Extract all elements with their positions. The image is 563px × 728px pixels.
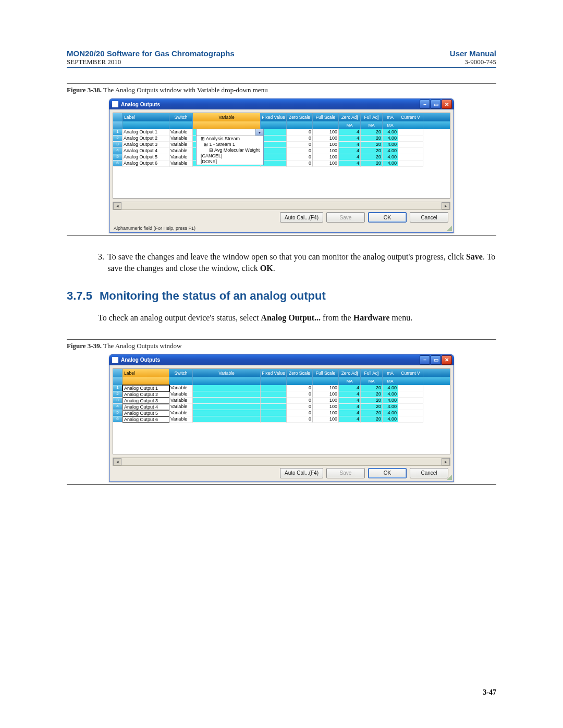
cell-label[interactable]: Analog Output 6 bbox=[123, 416, 169, 423]
cell-zero-scale[interactable]: 0 bbox=[287, 161, 313, 167]
minimize-button[interactable]: – bbox=[420, 355, 430, 365]
cell-full-scale[interactable]: 100 bbox=[313, 142, 339, 148]
cell-zero-scale[interactable]: 0 bbox=[287, 404, 313, 410]
cell-full-scale[interactable]: 100 bbox=[313, 161, 339, 167]
cell-zero-scale[interactable]: 0 bbox=[287, 142, 313, 148]
cell-ma[interactable]: 4.00 bbox=[383, 135, 398, 142]
minimize-button[interactable]: – bbox=[420, 100, 430, 109]
cell-ma[interactable]: 4.00 bbox=[383, 416, 398, 423]
cell-full-adj[interactable]: 20 bbox=[361, 129, 383, 135]
row-number[interactable]: 5 bbox=[113, 410, 123, 416]
cell-full-scale[interactable]: 100 bbox=[313, 148, 339, 154]
col-ma[interactable]: mA bbox=[383, 113, 398, 121]
col-full-adj[interactable]: Full Adj bbox=[361, 369, 383, 377]
cell-label[interactable]: Analog Output 4 bbox=[123, 404, 169, 410]
col-zero-adj[interactable]: Zero Adj bbox=[339, 369, 361, 377]
cell-ma[interactable]: 4.00 bbox=[383, 154, 398, 161]
cell-fixed-value[interactable] bbox=[261, 416, 287, 423]
cell-switch[interactable]: Variable bbox=[169, 161, 193, 167]
cell-variable[interactable] bbox=[193, 398, 261, 404]
cell-full-scale[interactable]: 100 bbox=[313, 410, 339, 416]
cell-switch[interactable]: Variable bbox=[169, 154, 193, 161]
titlebar[interactable]: Analog Outputs – ▭ ✕ bbox=[109, 355, 454, 365]
cell-ma[interactable]: 4.00 bbox=[383, 404, 398, 410]
row-number[interactable]: 4 bbox=[113, 404, 123, 410]
cell-zero-scale[interactable]: 0 bbox=[287, 129, 313, 135]
cell-zero-adj[interactable]: 4 bbox=[339, 129, 361, 135]
cell-ma[interactable]: 4.00 bbox=[383, 410, 398, 416]
row-number[interactable]: 6 bbox=[113, 416, 123, 423]
row-number[interactable]: 3 bbox=[113, 142, 123, 148]
cell-zero-adj[interactable]: 4 bbox=[339, 410, 361, 416]
cell-variable[interactable] bbox=[193, 404, 261, 410]
cell-fixed-value[interactable] bbox=[261, 410, 287, 416]
col-zero-scale[interactable]: Zero Scale bbox=[287, 369, 313, 377]
cell-fixed-value[interactable] bbox=[261, 154, 287, 161]
close-button[interactable]: ✕ bbox=[442, 100, 452, 109]
col-fixed-value[interactable]: Fixed Value bbox=[261, 113, 287, 121]
cell-zero-scale[interactable]: 0 bbox=[287, 398, 313, 404]
cell-zero-scale[interactable]: 0 bbox=[287, 410, 313, 416]
col-label[interactable]: Label bbox=[123, 369, 169, 377]
cell-variable[interactable] bbox=[193, 416, 261, 423]
cell-full-adj[interactable]: 20 bbox=[361, 416, 383, 423]
cell-zero-adj[interactable]: 4 bbox=[339, 398, 361, 404]
cell-switch[interactable]: Variable bbox=[169, 416, 193, 423]
titlebar[interactable]: Analog Outputs – ▭ ✕ bbox=[109, 99, 454, 109]
cell-zero-adj[interactable]: 4 bbox=[339, 161, 361, 167]
cell-full-adj[interactable]: 20 bbox=[361, 398, 383, 404]
col-switch[interactable]: Switch bbox=[169, 113, 193, 121]
cell-ma[interactable]: 4.00 bbox=[383, 385, 398, 391]
cell-zero-scale[interactable]: 0 bbox=[287, 391, 313, 398]
cell-variable[interactable] bbox=[193, 385, 261, 391]
col-full-scale[interactable]: Full Scale bbox=[313, 113, 339, 121]
autocal-button[interactable]: Auto Cal...(F4) bbox=[280, 468, 323, 478]
cell-full-scale[interactable]: 100 bbox=[313, 404, 339, 410]
col-current-v[interactable]: Current V bbox=[398, 113, 423, 121]
cell-ma[interactable]: 4.00 bbox=[383, 129, 398, 135]
row-number[interactable]: 1 bbox=[113, 129, 123, 135]
cell-fixed-value[interactable] bbox=[261, 148, 287, 154]
cell-full-adj[interactable]: 20 bbox=[361, 404, 383, 410]
cell-variable[interactable] bbox=[193, 391, 261, 398]
dropdown-option[interactable]: ⊞ 1 - Stream 1 bbox=[197, 142, 263, 147]
scroll-right-icon[interactable]: ▸ bbox=[442, 458, 450, 465]
cell-switch[interactable]: Variable bbox=[169, 410, 193, 416]
cell-full-adj[interactable]: 20 bbox=[361, 142, 383, 148]
cell-label[interactable]: Analog Output 5 bbox=[123, 410, 169, 416]
dropdown-option[interactable]: ⊞ Analysis Stream bbox=[197, 136, 263, 142]
col-full-scale[interactable]: Full Scale bbox=[313, 369, 339, 377]
cell-full-adj[interactable]: 20 bbox=[361, 385, 383, 391]
save-button[interactable]: Save bbox=[326, 212, 365, 223]
row-number[interactable]: 4 bbox=[113, 148, 123, 154]
cell-full-adj[interactable]: 20 bbox=[361, 391, 383, 398]
cell-zero-adj[interactable]: 4 bbox=[339, 385, 361, 391]
col-full-adj[interactable]: Full Adj bbox=[361, 113, 383, 121]
autocal-button[interactable]: Auto Cal...(F4) bbox=[280, 212, 323, 223]
scroll-left-icon[interactable]: ◂ bbox=[113, 202, 121, 209]
maximize-button[interactable]: ▭ bbox=[431, 355, 441, 365]
cell-full-scale[interactable]: 100 bbox=[313, 129, 339, 135]
cell-full-scale[interactable]: 100 bbox=[313, 416, 339, 423]
cancel-button[interactable]: Cancel bbox=[410, 212, 448, 223]
col-variable[interactable]: Variable bbox=[193, 113, 261, 121]
cell-zero-adj[interactable]: 4 bbox=[339, 391, 361, 398]
horizontal-scrollbar[interactable]: ◂ ▸ bbox=[113, 458, 450, 466]
chevron-down-icon[interactable]: ▾ bbox=[255, 129, 263, 135]
cell-label[interactable]: Analog Output 1 bbox=[123, 129, 169, 135]
cell-ma[interactable]: 4.00 bbox=[383, 142, 398, 148]
close-button[interactable]: ✕ bbox=[442, 355, 452, 365]
row-number[interactable]: 2 bbox=[113, 135, 123, 142]
cell-ma[interactable]: 4.00 bbox=[383, 161, 398, 167]
cell-switch[interactable]: Variable bbox=[169, 398, 193, 404]
cell-variable[interactable] bbox=[193, 410, 261, 416]
cell-zero-scale[interactable]: 0 bbox=[287, 135, 313, 142]
cell-zero-scale[interactable]: 0 bbox=[287, 385, 313, 391]
col-label[interactable]: Label bbox=[123, 113, 169, 121]
cell-switch[interactable]: Variable bbox=[169, 142, 193, 148]
row-number[interactable]: 3 bbox=[113, 398, 123, 404]
cell-fixed-value[interactable] bbox=[261, 161, 287, 167]
cell-full-adj[interactable]: 20 bbox=[361, 135, 383, 142]
cell-label[interactable]: Analog Output 1 bbox=[123, 385, 169, 391]
cell-zero-adj[interactable]: 4 bbox=[339, 404, 361, 410]
